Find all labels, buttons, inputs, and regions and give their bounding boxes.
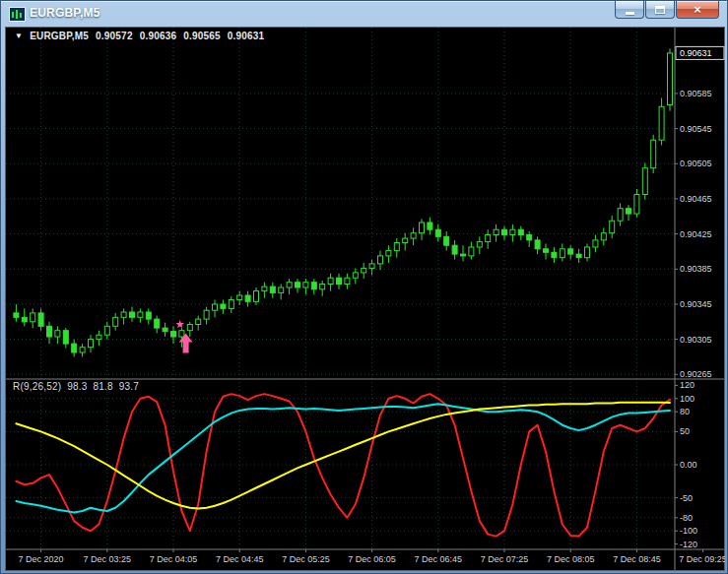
chart-window: EURGBP,M5 × 0.905850.905450.905050.90465… <box>0 0 728 574</box>
svg-text:80: 80 <box>680 407 690 416</box>
svg-text:0.90425: 0.90425 <box>680 229 712 239</box>
svg-text:0.90585: 0.90585 <box>680 89 712 98</box>
chart-window-icon <box>9 7 26 22</box>
svg-text:120: 120 <box>680 380 695 390</box>
window-controls: × <box>614 1 719 19</box>
window-title: EURGBP,M5 <box>30 6 100 20</box>
svg-text:100: 100 <box>680 394 695 404</box>
svg-text:7 Dec 2020: 7 Dec 2020 <box>19 554 64 564</box>
titlebar[interactable]: EURGBP,M5 × <box>1 1 727 27</box>
svg-text:7 Dec 05:25: 7 Dec 05:25 <box>282 554 330 564</box>
svg-text:0.90385: 0.90385 <box>680 264 712 274</box>
price-chart-svg[interactable]: 0.905850.905450.905050.904650.904250.903… <box>5 27 725 571</box>
svg-text:0.90465: 0.90465 <box>680 194 712 204</box>
svg-text:0.90345: 0.90345 <box>680 299 712 309</box>
svg-text:0.90505: 0.90505 <box>680 159 712 168</box>
svg-text:7 Dec 03:25: 7 Dec 03:25 <box>84 554 132 564</box>
close-icon: × <box>694 2 701 18</box>
svg-text:7 Dec 06:45: 7 Dec 06:45 <box>415 554 463 564</box>
maximize-button[interactable] <box>645 1 675 19</box>
svg-text:7 Dec 07:25: 7 Dec 07:25 <box>481 554 529 564</box>
svg-text:0.00: 0.00 <box>680 460 697 470</box>
svg-text:7 Dec 09:25: 7 Dec 09:25 <box>679 554 725 564</box>
symbol-dropdown-icon[interactable]: ▼ <box>15 32 23 40</box>
svg-text:0.90305: 0.90305 <box>680 335 712 345</box>
minimize-button[interactable] <box>615 1 644 19</box>
svg-text:7 Dec 08:45: 7 Dec 08:45 <box>613 554 661 564</box>
svg-text:7 Dec 04:05: 7 Dec 04:05 <box>150 554 198 564</box>
svg-text:7 Dec 06:05: 7 Dec 06:05 <box>348 554 396 564</box>
svg-text:50: 50 <box>680 426 690 436</box>
svg-text:-100: -100 <box>680 526 697 536</box>
svg-text:-120: -120 <box>680 540 697 549</box>
svg-text:7 Dec 04:45: 7 Dec 04:45 <box>216 554 264 564</box>
chart-area: 0.905850.905450.905050.904650.904250.903… <box>5 27 725 571</box>
svg-text:7 Dec 08:05: 7 Dec 08:05 <box>547 554 595 564</box>
maximize-icon <box>655 6 665 14</box>
svg-text:0.90631: 0.90631 <box>680 48 712 58</box>
svg-text:0.90265: 0.90265 <box>680 369 712 379</box>
close-button[interactable]: × <box>676 1 719 19</box>
svg-text:-50: -50 <box>680 493 693 503</box>
svg-text:-80: -80 <box>680 513 693 523</box>
minimize-icon <box>626 12 634 15</box>
svg-text:0.90545: 0.90545 <box>680 124 712 134</box>
